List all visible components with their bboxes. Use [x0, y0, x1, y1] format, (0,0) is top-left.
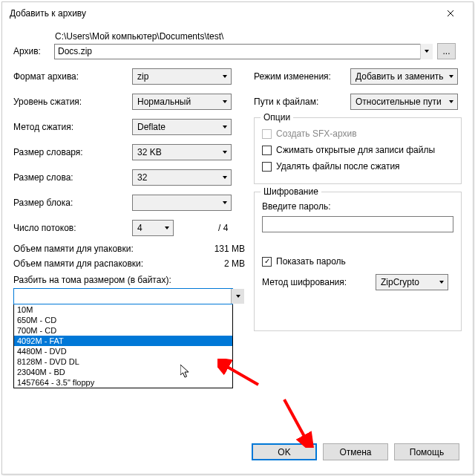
dict-label: Размер словаря:: [13, 147, 132, 157]
archive-path: C:\Users\Мой компьютер\Documents\test\: [55, 31, 462, 42]
dict-select[interactable]: 32 KB: [132, 144, 232, 160]
update-label: Режим изменения:: [254, 71, 350, 82]
dict-value: 32 KB: [137, 147, 162, 157]
delete-after-checkbox[interactable]: [262, 162, 272, 172]
threads-select[interactable]: 4: [132, 220, 174, 236]
list-item[interactable]: 700M - CD: [14, 325, 232, 336]
close-button[interactable]: [436, 3, 465, 24]
block-label: Размер блока:: [13, 198, 132, 208]
ok-button[interactable]: OK: [252, 443, 317, 460]
list-item[interactable]: 1457664 - 3.5" floppy: [14, 377, 232, 388]
list-item[interactable]: 10M: [14, 304, 232, 315]
threads-label: Число потоков:: [13, 223, 132, 233]
browse-button[interactable]: ...: [437, 43, 456, 59]
enc-method-select[interactable]: ZipCrypto: [376, 274, 448, 290]
encryption-legend: Шифрование: [261, 186, 321, 197]
level-label: Уровень сжатия:: [13, 97, 132, 107]
block-select[interactable]: [132, 195, 232, 211]
method-value: Deflate: [137, 122, 166, 132]
dialog-buttons: OK Отмена Помощь: [252, 443, 459, 460]
mem-unpack-value: 2 MB: [224, 258, 245, 269]
word-select[interactable]: 32: [132, 169, 232, 186]
paths-value: Относительные пути: [356, 97, 442, 107]
method-label: Метод сжатия:: [13, 122, 132, 132]
level-value: Нормальный: [137, 97, 191, 107]
archive-filename-input[interactable]: [54, 44, 433, 59]
enc-method-value: ZipCrypto: [381, 277, 419, 287]
threads-value: 4: [137, 223, 142, 233]
compress-shared-label: Сжимать открытые для записи файлы: [276, 145, 435, 155]
word-value: 32: [137, 172, 147, 183]
list-item[interactable]: 23040M - BD: [14, 367, 232, 377]
list-item[interactable]: 4092M - FAT: [14, 336, 232, 346]
sfx-label: Создать SFX-архив: [276, 128, 357, 139]
delete-after-label: Удалять файлы после сжатия: [276, 161, 400, 172]
word-label: Размер слова:: [13, 172, 132, 183]
split-listbox[interactable]: 10M 650M - CD 700M - CD 4092M - FAT 4480…: [13, 304, 233, 388]
titlebar: Добавить к архиву: [2, 2, 473, 25]
right-column: Режим изменения: Добавить и заменить Пут…: [254, 67, 462, 388]
format-value: zip: [137, 71, 148, 82]
split-label: Разбить на тома размером (в байтах):: [13, 275, 245, 285]
mem-pack-value: 131 MB: [214, 244, 245, 254]
password-label: Введите пароль:: [262, 201, 453, 212]
compress-shared-checkbox[interactable]: [262, 146, 272, 155]
archive-label: Архив:: [13, 46, 54, 56]
level-select[interactable]: Нормальный: [132, 94, 232, 110]
options-fieldset: Опции Создать SFX-архив Сжимать открытые…: [254, 117, 462, 184]
enc-method-label: Метод шифрования:: [262, 277, 370, 287]
cancel-button[interactable]: Отмена: [323, 443, 388, 460]
svg-line-1: [284, 400, 307, 440]
show-password-label: Показать пароль: [276, 256, 346, 267]
threads-total: / 4: [218, 223, 228, 233]
update-select[interactable]: Добавить и заменить: [350, 68, 458, 85]
paths-select[interactable]: Относительные пути: [350, 94, 458, 110]
list-item[interactable]: 650M - CD: [14, 315, 232, 325]
password-input[interactable]: [262, 216, 453, 232]
annotation-arrow-icon: [277, 396, 321, 448]
mem-pack-label: Объем памяти для упаковки:: [13, 244, 134, 254]
sfx-checkbox: [262, 129, 272, 139]
split-combo-input[interactable]: [13, 288, 233, 304]
mem-unpack-label: Объем памяти для распаковки:: [13, 258, 143, 269]
window-title: Добавить к архиву: [10, 8, 86, 19]
archive-dropdown-button[interactable]: [420, 44, 433, 59]
update-value: Добавить и заменить: [356, 71, 444, 82]
encryption-fieldset: Шифрование Введите пароль: Показать паро…: [254, 192, 462, 331]
method-select[interactable]: Deflate: [132, 119, 232, 135]
options-legend: Опции: [261, 112, 293, 123]
format-select[interactable]: zip: [132, 68, 232, 85]
help-button[interactable]: Помощь: [394, 443, 459, 460]
format-label: Формат архива:: [13, 71, 132, 82]
split-combo-button[interactable]: [231, 289, 244, 304]
list-item[interactable]: 8128M - DVD DL: [14, 356, 232, 367]
show-password-checkbox[interactable]: [262, 257, 272, 267]
dialog-window: Добавить к архиву C:\Users\Мой компьютер…: [1, 1, 474, 475]
paths-label: Пути к файлам:: [254, 97, 350, 107]
left-column: Формат архива: zip Уровень сжатия: Норма…: [13, 67, 245, 388]
list-item[interactable]: 4480M - DVD: [14, 346, 232, 356]
